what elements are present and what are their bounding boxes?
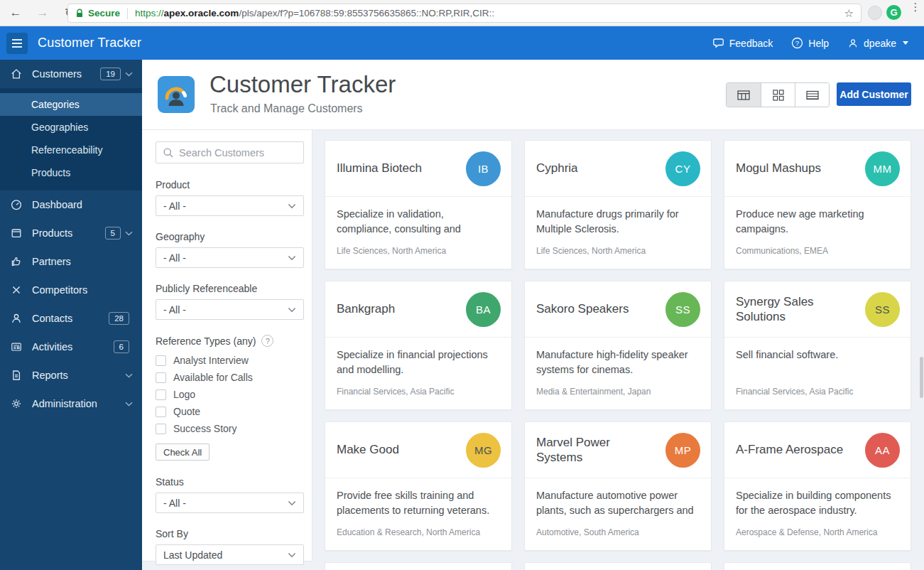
feedback-button[interactable]: Feedback	[712, 38, 773, 49]
checkbox-logo[interactable]: Logo	[156, 386, 303, 403]
customer-avatar: SS	[865, 292, 900, 327]
sidebar-item-products[interactable]: Products 5	[0, 219, 142, 247]
customer-card[interactable]: Mogul Mashups MM Produce new age marketi…	[724, 140, 911, 269]
chevron-down-icon	[125, 373, 134, 378]
sort-by-select[interactable]: Last Updated	[156, 544, 304, 565]
checkbox-analyst-interview[interactable]: Analyst Interview	[156, 352, 303, 369]
sidebar-item-contacts[interactable]: Contacts 28	[0, 304, 142, 333]
sidebar-sub-label: Referenceability	[31, 144, 102, 156]
add-customer-button[interactable]: Add Customer	[837, 82, 911, 106]
sidebar-item-reports[interactable]: Reports	[0, 361, 142, 389]
sidebar-item-products-sub[interactable]: Products	[0, 161, 142, 184]
document-icon	[10, 369, 23, 382]
product-select[interactable]: - All -	[156, 195, 304, 216]
referenceable-select[interactable]: - All -	[156, 299, 304, 320]
card-view-button[interactable]	[761, 83, 795, 107]
browser-menu-icon[interactable]: ⋮	[909, 4, 922, 10]
customer-card-body: Provide free skills training and placeme…	[325, 478, 511, 537]
customer-card-header: Synergy Sales Solutions SS	[724, 281, 911, 338]
sidebar-label: Dashboard	[32, 199, 134, 210]
customer-avatar: MM	[865, 151, 900, 186]
extension-icon[interactable]	[868, 6, 882, 20]
checkbox-box[interactable]	[156, 372, 166, 383]
checkbox-box[interactable]	[156, 389, 166, 400]
customer-card-partial[interactable]	[524, 562, 712, 570]
checkbox-label: Logo	[173, 389, 195, 400]
scrollbar-thumb[interactable]	[920, 357, 923, 398]
browser-forward-icon[interactable]: →	[31, 3, 54, 23]
sidebar-item-referenceability[interactable]: Referenceability	[0, 139, 142, 161]
filter-panel: Product - All - Geography - All - Public…	[142, 130, 312, 561]
customer-card[interactable]: Cyphria CY Manufacture drugs primarily f…	[524, 140, 712, 269]
sidebar-item-customers[interactable]: Customers 19	[0, 60, 142, 88]
sidebar-item-administration[interactable]: Administration	[0, 389, 142, 418]
checkbox-box[interactable]	[156, 355, 166, 366]
customer-name: Illumina Biotech	[337, 161, 422, 176]
customer-avatar: IB	[466, 151, 501, 186]
customer-card-body: Specialize in building components for th…	[724, 478, 911, 537]
chevron-down-icon	[125, 402, 134, 407]
customer-card[interactable]: Make Good MG Provide free skills trainin…	[325, 421, 512, 551]
customers-submenu: Categories Geographies Referenceability …	[0, 88, 142, 190]
customer-avatar: MP	[665, 433, 700, 468]
checkbox-box[interactable]	[156, 424, 166, 434]
user-icon	[847, 38, 859, 49]
geography-select[interactable]: - All -	[156, 247, 304, 268]
checkbox-success-story[interactable]: Success Story	[156, 420, 303, 437]
gauge-icon	[10, 198, 23, 211]
url-host: apex.oracle.com	[164, 8, 239, 18]
customer-description: Manufacture high-fidelity speaker system…	[536, 348, 700, 377]
grammarly-icon[interactable]: G	[886, 5, 901, 20]
customer-card[interactable]: Bankgraph BA Specialize in financial pro…	[325, 281, 512, 410]
checkbox-label: Success Story	[173, 423, 237, 434]
sidebar: Customers 19 Categories Geographies Refe…	[0, 60, 142, 570]
reference-types-text: Reference Types (any)	[156, 335, 256, 347]
status-select[interactable]: - All -	[156, 493, 304, 513]
customer-card-header: A-Frame Aerospace AA	[724, 422, 911, 478]
product-label: Product	[156, 179, 303, 190]
check-all-button[interactable]: Check All	[156, 443, 210, 461]
checkbox-box[interactable]	[156, 407, 166, 417]
sidebar-item-geographies[interactable]: Geographies	[0, 116, 142, 139]
help-icon[interactable]: ?	[261, 335, 273, 347]
table-view-button[interactable]	[795, 83, 829, 107]
customer-avatar: SS	[665, 292, 700, 327]
help-button[interactable]: ? Help	[791, 37, 829, 49]
customer-card-header: Make Good MG	[325, 422, 511, 478]
customer-card[interactable]: Illumina Biotech IB Specialize in valida…	[325, 140, 512, 269]
report-view-button[interactable]	[727, 83, 761, 107]
customer-card[interactable]: Sakoro Speakers SS Manufacture high-fide…	[524, 281, 712, 410]
customer-meta: Automotive, South America	[536, 527, 700, 537]
customer-meta: Financial Services, Asia Pacific	[337, 387, 500, 397]
sidebar-item-competitors[interactable]: Competitors	[0, 276, 142, 304]
customer-card[interactable]: Marvel Power Systems MP Manufacture auto…	[524, 421, 712, 551]
customer-card-partial[interactable]	[724, 562, 911, 570]
sidebar-item-partners[interactable]: Partners	[0, 247, 142, 276]
address-bar[interactable]: Secure https://apex.oracle.com/pls/apex/…	[67, 4, 862, 23]
activities-count-badge: 6	[114, 340, 129, 353]
browser-chrome: ← → ↻ Secure https://apex.oracle.com/pls…	[0, 0, 924, 26]
newspaper-icon	[10, 340, 23, 353]
browser-back-icon[interactable]: ←	[4, 3, 27, 23]
checkbox-label: Analyst Interview	[173, 355, 249, 366]
sidebar-item-dashboard[interactable]: Dashboard	[0, 190, 142, 219]
customer-card-partial[interactable]	[325, 562, 512, 570]
customer-meta: Life Sciences, North America	[337, 246, 500, 256]
bookmark-star-icon[interactable]: ☆	[844, 7, 854, 20]
customer-card[interactable]: Synergy Sales Solutions SS Sell financia…	[724, 281, 911, 410]
sidebar-label: Contacts	[32, 313, 109, 324]
user-menu[interactable]: dpeake	[847, 38, 908, 49]
customers-count-badge: 19	[100, 68, 121, 80]
checkbox-quote[interactable]: Quote	[156, 403, 303, 420]
customer-cards-grid: Illumina Biotech IB Specialize in valida…	[325, 140, 912, 570]
chevron-down-icon	[125, 231, 134, 236]
checkbox-available-for-calls[interactable]: Available for Calls	[156, 369, 303, 386]
sidebar-sub-label: Categories	[31, 99, 80, 110]
search-input[interactable]	[179, 142, 300, 163]
sidebar-item-categories[interactable]: Categories	[0, 93, 142, 116]
customer-description: Specialize in financial projections and …	[337, 348, 500, 377]
customer-card-body: Manufacture drugs primarily for Multiple…	[525, 197, 711, 256]
customer-card[interactable]: A-Frame Aerospace AA Specialize in build…	[724, 421, 911, 551]
sidebar-item-activities[interactable]: Activities 6	[0, 333, 142, 361]
nav-menu-toggle[interactable]	[6, 33, 28, 54]
